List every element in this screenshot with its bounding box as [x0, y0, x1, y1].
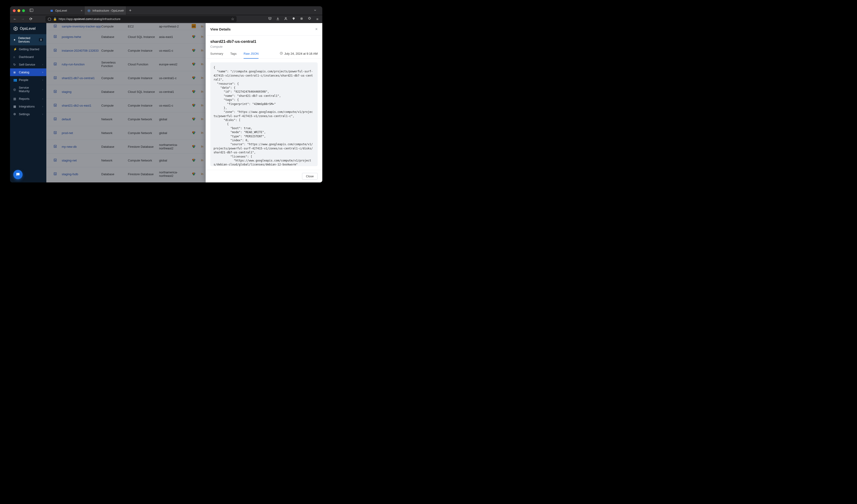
- tab-tags[interactable]: Tags: [230, 52, 237, 58]
- svg-point-7: [15, 28, 16, 29]
- brand-logo[interactable]: OpsLevel: [10, 23, 46, 34]
- sidebar-item-reports[interactable]: ▥ Reports ›: [10, 95, 46, 103]
- browser-window: OpsLevel × Infrastructure - OpsLevel × +…: [10, 6, 322, 183]
- sidebar-item-dashboard[interactable]: ⌂ Dashboard: [10, 53, 46, 61]
- gear-icon: ⚙: [13, 112, 17, 116]
- title-bar: OpsLevel × Infrastructure - OpsLevel × +: [10, 6, 322, 15]
- chevron-right-icon: ›: [43, 88, 43, 91]
- back-button[interactable]: ←: [12, 17, 17, 21]
- chevron-right-icon: ›: [43, 63, 43, 66]
- favicon-icon: [87, 9, 90, 12]
- extension-icon-2[interactable]: [299, 17, 304, 21]
- people-icon: 👥: [13, 78, 17, 82]
- panel-header: View Details ×: [206, 23, 322, 36]
- chat-fab[interactable]: [13, 170, 22, 179]
- panel-title-block: shard21-db7-us-central1 Compute: [206, 36, 322, 48]
- chevron-right-icon: ›: [43, 113, 43, 116]
- sidebar-item-label: Settings: [19, 112, 30, 116]
- account-icon[interactable]: [283, 17, 288, 21]
- svg-point-67: [17, 174, 18, 174]
- forward-button[interactable]: →: [20, 17, 26, 21]
- panel-tabs: Summary Tags Raw JSON July 24, 2024 at 9…: [206, 48, 322, 59]
- app-body: OpsLevel ✦ Detected Services 0 ⚡ Getting…: [10, 23, 322, 183]
- tab-close-icon[interactable]: ×: [122, 9, 124, 12]
- pocket-icon[interactable]: [267, 17, 272, 21]
- sidebar-toggle-icon[interactable]: [30, 8, 33, 13]
- svg-rect-5: [300, 17, 303, 20]
- url-text: https://app.opslevel.com/catalog/infrast…: [59, 17, 229, 21]
- chevron-right-icon: ›: [43, 79, 43, 81]
- window-close-button[interactable]: [13, 9, 16, 12]
- svg-point-4: [285, 17, 286, 19]
- lock-icon[interactable]: 🔒: [53, 17, 57, 21]
- resource-subtitle: Compute: [210, 45, 318, 48]
- svg-rect-0: [30, 9, 33, 12]
- sidebar-item-label: People: [19, 78, 28, 82]
- window-maximize-button[interactable]: [22, 9, 25, 12]
- main-content: sample-inventory-tracker-appComputeEC2ap…: [46, 23, 322, 183]
- browser-tab-1[interactable]: OpsLevel ×: [47, 6, 85, 15]
- svg-point-3: [88, 10, 90, 11]
- brand-name: OpsLevel: [20, 27, 36, 31]
- close-icon[interactable]: ×: [315, 27, 318, 32]
- bolt-icon: ⚡: [13, 48, 17, 51]
- refresh-icon: ↻: [13, 63, 17, 66]
- sparkle-icon: ✦: [13, 38, 16, 42]
- tab-title: Infrastructure - OpsLevel: [93, 9, 123, 12]
- resource-title: shard21-db7-us-central1: [210, 39, 318, 44]
- sidebar: OpsLevel ✦ Detected Services 0 ⚡ Getting…: [10, 23, 46, 183]
- sidebar-item-label: Service Maturity: [19, 86, 40, 93]
- extensions-puzzle-icon[interactable]: [307, 17, 312, 21]
- svg-marker-6: [14, 27, 17, 31]
- tabs-dropdown-icon[interactable]: [311, 8, 320, 13]
- sidebar-item-self-service[interactable]: ↻ Self-Service ›: [10, 61, 46, 68]
- logo-icon: [13, 26, 18, 31]
- book-icon: ≣: [13, 70, 17, 74]
- tab-strip: OpsLevel × Infrastructure - OpsLevel × +: [47, 6, 134, 15]
- clock-icon: [280, 52, 283, 56]
- home-icon: ⌂: [13, 55, 17, 59]
- extension-icon[interactable]: [291, 17, 296, 21]
- menu-icon[interactable]: ≡: [315, 17, 320, 21]
- sidebar-item-service-maturity[interactable]: ◎ Service Maturity ›: [10, 84, 46, 95]
- window-minimize-button[interactable]: [17, 9, 20, 12]
- chevron-right-icon: ›: [43, 71, 43, 73]
- new-tab-button[interactable]: +: [126, 6, 134, 15]
- details-panel: View Details × shard21-db7-us-central1 C…: [206, 23, 322, 183]
- shield-icon[interactable]: ◯: [48, 17, 51, 21]
- sidebar-item-detected-services[interactable]: ✦ Detected Services 0: [10, 34, 46, 46]
- address-bar[interactable]: ◯ 🔒 https://app.opslevel.com/catalog/inf…: [46, 16, 237, 22]
- grid-icon: ▦: [13, 105, 17, 108]
- downloads-icon[interactable]: [275, 17, 280, 21]
- raw-json-content[interactable]: { "name": "//compute.googleapis.com/proj…: [210, 62, 318, 166]
- timestamp-text: July 24, 2024 at 9:16 AM: [284, 52, 318, 55]
- sidebar-item-label: Catalog: [19, 70, 29, 74]
- tab-summary[interactable]: Summary: [210, 52, 223, 58]
- panel-header-title: View Details: [210, 27, 231, 31]
- browser-toolbar: ← → ⟳ ◯ 🔒 https://app.opslevel.com/catal…: [10, 15, 322, 23]
- sidebar-item-integrations[interactable]: ▦ Integrations ›: [10, 103, 46, 110]
- sidebar-item-people[interactable]: 👥 People ›: [10, 76, 46, 84]
- sidebar-nav: ✦ Detected Services 0 ⚡ Getting Started …: [10, 34, 46, 118]
- close-button[interactable]: Close: [302, 173, 318, 180]
- chart-icon: ▥: [13, 97, 17, 101]
- chevron-right-icon: ›: [43, 98, 43, 100]
- sidebar-item-label: Integrations: [19, 105, 35, 108]
- timestamp: July 24, 2024 at 9:16 AM: [280, 52, 318, 58]
- sidebar-item-catalog[interactable]: ≣ Catalog ›: [10, 68, 46, 76]
- badge-count: 0: [39, 38, 43, 41]
- tab-close-icon[interactable]: ×: [81, 9, 82, 12]
- browser-tab-2[interactable]: Infrastructure - OpsLevel ×: [85, 6, 126, 15]
- tab-raw-json[interactable]: Raw JSON: [243, 52, 258, 59]
- favicon-icon: [50, 9, 53, 12]
- sidebar-item-getting-started[interactable]: ⚡ Getting Started: [10, 46, 46, 53]
- chevron-right-icon: ›: [43, 105, 43, 108]
- sidebar-item-settings[interactable]: ⚙ Settings ›: [10, 110, 46, 118]
- panel-footer: Close: [206, 170, 322, 183]
- sidebar-item-label: Detected Services: [18, 36, 37, 43]
- reload-button[interactable]: ⟳: [28, 17, 33, 21]
- sidebar-item-label: Reports: [19, 97, 30, 101]
- sidebar-item-label: Self-Service: [19, 63, 35, 66]
- chat-icon: [16, 172, 20, 177]
- bookmark-star-icon[interactable]: ☆: [231, 17, 234, 21]
